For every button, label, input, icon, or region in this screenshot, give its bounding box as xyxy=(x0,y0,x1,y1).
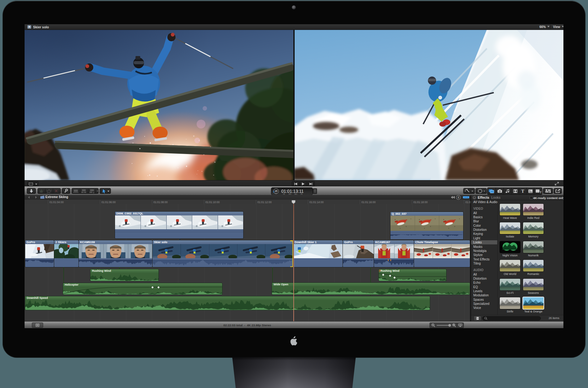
svg-text:%: % xyxy=(275,192,277,194)
svg-text:25: 25 xyxy=(275,190,277,192)
svg-text:T: T xyxy=(521,189,524,194)
svg-text:T: T xyxy=(540,191,542,194)
svg-text:01:01:13:11: 01:01:13:11 xyxy=(281,189,303,194)
